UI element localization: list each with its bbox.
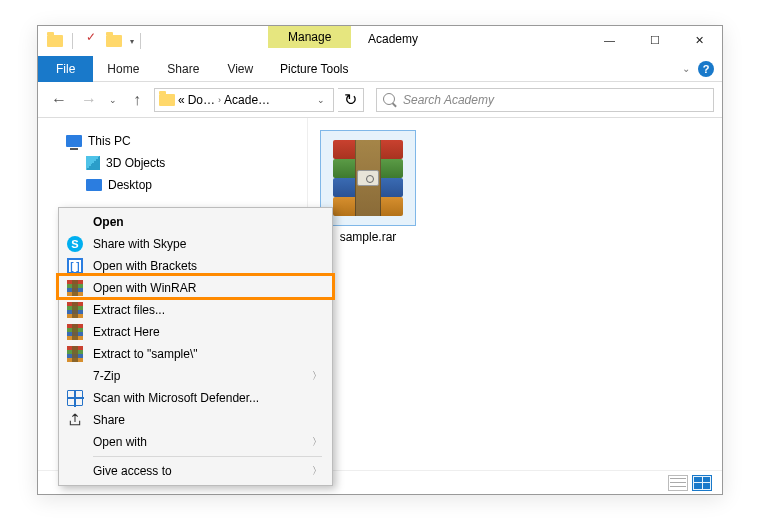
menu-item-extract-to[interactable]: Extract to "sample\" — [61, 343, 330, 365]
up-button[interactable]: ↑ — [124, 87, 150, 113]
menu-item-open[interactable]: Open — [61, 211, 330, 233]
desktop-icon — [86, 179, 102, 191]
winrar-icon — [65, 322, 85, 342]
properties-icon[interactable] — [79, 30, 101, 52]
file-pane[interactable]: sample.rar — [308, 118, 722, 466]
defender-icon — [65, 388, 85, 408]
file-tab[interactable]: File — [38, 56, 93, 82]
blank-icon — [65, 212, 85, 232]
folder-icon — [159, 94, 175, 106]
new-folder-icon[interactable] — [103, 30, 125, 52]
menu-label: Open with — [93, 435, 304, 449]
refresh-button[interactable]: ↻ — [338, 88, 364, 112]
view-tab[interactable]: View — [213, 56, 267, 82]
menu-label: Extract files... — [93, 303, 322, 317]
cube-icon — [86, 156, 100, 170]
address-segment[interactable]: Acade… — [224, 93, 270, 107]
menu-item-share[interactable]: Share — [61, 409, 330, 431]
tree-label: This PC — [88, 134, 131, 148]
help-icon[interactable]: ? — [698, 61, 714, 77]
search-box[interactable] — [376, 88, 714, 112]
menu-item-share-skype[interactable]: S Share with Skype — [61, 233, 330, 255]
minimize-button[interactable]: — — [587, 26, 632, 54]
menu-item-defender[interactable]: Scan with Microsoft Defender... — [61, 387, 330, 409]
winrar-icon — [65, 344, 85, 364]
maximize-button[interactable]: ☐ — [632, 26, 677, 54]
ribbon-tabs: File Home Share View Picture Tools ⌄ ? — [38, 56, 722, 82]
tree-label: Desktop — [108, 178, 152, 192]
skype-icon: S — [65, 234, 85, 254]
search-input[interactable] — [401, 92, 707, 108]
picture-tools-tab[interactable]: Picture Tools — [268, 62, 360, 76]
folder-icon[interactable] — [44, 30, 66, 52]
menu-item-extract-files[interactable]: Extract files... — [61, 299, 330, 321]
navigation-bar: ← → ⌄ ↑ « Do… › Acade… ⌄ ↻ — [38, 82, 722, 118]
ribbon-collapse-icon[interactable]: ⌄ — [682, 63, 690, 74]
menu-item-open-brackets[interactable]: [ ] Open with Brackets — [61, 255, 330, 277]
brackets-icon: [ ] — [65, 256, 85, 276]
titlebar: ▾ Manage Academy — ☐ ✕ — [38, 26, 722, 56]
share-tab[interactable]: Share — [153, 56, 213, 82]
close-button[interactable]: ✕ — [677, 26, 722, 54]
home-tab[interactable]: Home — [93, 56, 153, 82]
share-icon — [65, 410, 85, 430]
quick-access-toolbar: ▾ — [38, 30, 145, 52]
tree-label: 3D Objects — [106, 156, 165, 170]
forward-button[interactable]: → — [76, 87, 102, 113]
menu-item-7zip[interactable]: 7-Zip 〉 — [61, 365, 330, 387]
winrar-icon — [65, 300, 85, 320]
menu-label: Extract Here — [93, 325, 322, 339]
address-segment[interactable]: Do… — [188, 93, 215, 107]
file-thumbnail — [320, 130, 416, 226]
blank-icon — [65, 461, 85, 481]
menu-label: Open with WinRAR — [93, 281, 322, 295]
menu-separator — [93, 456, 322, 457]
large-icons-view-button[interactable] — [692, 475, 712, 491]
manage-contextual-tab[interactable]: Manage — [268, 26, 351, 48]
chevron-right-icon: 〉 — [312, 369, 322, 383]
menu-label: 7-Zip — [93, 369, 304, 383]
menu-label: Open with Brackets — [93, 259, 322, 273]
address-bar[interactable]: « Do… › Acade… ⌄ — [154, 88, 334, 112]
menu-item-extract-here[interactable]: Extract Here — [61, 321, 330, 343]
menu-item-give-access[interactable]: Give access to 〉 — [61, 460, 330, 482]
window-controls: — ☐ ✕ — [587, 26, 722, 54]
blank-icon — [65, 432, 85, 452]
chevron-right-icon[interactable]: › — [218, 95, 221, 105]
menu-label: Share — [93, 413, 322, 427]
qat-dropdown-icon[interactable]: ▾ — [130, 37, 134, 46]
menu-label: Open — [93, 215, 322, 229]
menu-label: Scan with Microsoft Defender... — [93, 391, 322, 405]
tree-item-this-pc[interactable]: This PC — [38, 130, 307, 152]
menu-label: Extract to "sample\" — [93, 347, 322, 361]
menu-item-open-winrar[interactable]: Open with WinRAR — [61, 277, 330, 299]
pc-icon — [66, 135, 82, 147]
search-icon — [383, 93, 395, 107]
tree-item-desktop[interactable]: Desktop — [38, 174, 307, 196]
menu-item-open-with[interactable]: Open with 〉 — [61, 431, 330, 453]
recent-locations-button[interactable]: ⌄ — [106, 87, 120, 113]
details-view-button[interactable] — [668, 475, 688, 491]
chevron-right-icon: 〉 — [312, 435, 322, 449]
winrar-icon — [65, 278, 85, 298]
blank-icon — [65, 366, 85, 386]
file-item-sample-rar[interactable]: sample.rar — [320, 130, 416, 244]
menu-label: Share with Skype — [93, 237, 322, 251]
window-title: Academy — [368, 32, 418, 46]
menu-label: Give access to — [93, 464, 304, 478]
back-button[interactable]: ← — [46, 87, 72, 113]
context-menu: Open S Share with Skype [ ] Open with Br… — [58, 207, 333, 486]
tree-item-3d-objects[interactable]: 3D Objects — [38, 152, 307, 174]
separator — [140, 33, 141, 49]
chevron-right-icon: 〉 — [312, 464, 322, 478]
file-label: sample.rar — [320, 230, 416, 244]
separator — [72, 33, 73, 49]
address-dropdown-icon[interactable]: ⌄ — [313, 95, 329, 105]
address-prefix: « — [178, 93, 185, 107]
rar-icon — [333, 140, 403, 216]
